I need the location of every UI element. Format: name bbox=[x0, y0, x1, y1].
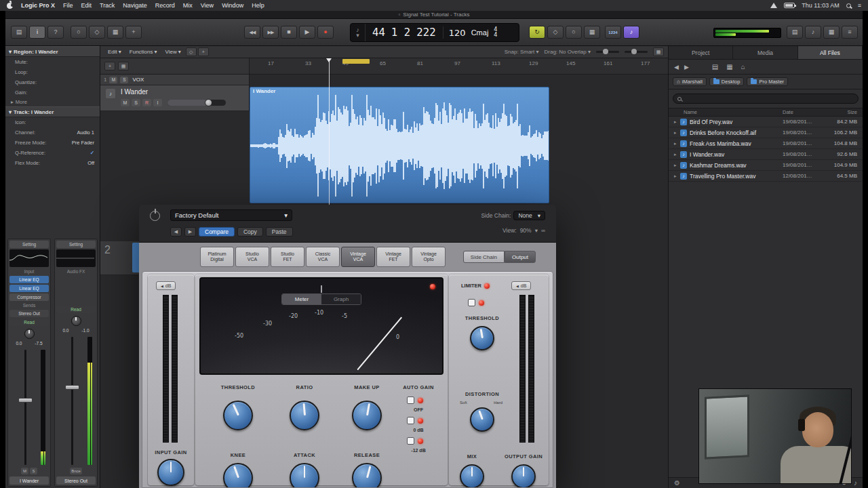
strip-plugin-compressor[interactable]: Compressor bbox=[9, 293, 49, 301]
menu-record[interactable]: Record bbox=[155, 2, 175, 9]
makeup-knob[interactable] bbox=[352, 401, 382, 430]
region-field-gain[interactable]: Gain: bbox=[5, 87, 100, 98]
cycle-button[interactable]: ↻ bbox=[529, 26, 545, 39]
lcd-key[interactable]: Cmaj bbox=[471, 28, 494, 37]
release-knob[interactable] bbox=[352, 463, 382, 488]
menu-track[interactable]: Track bbox=[100, 2, 115, 9]
track-mute-button[interactable]: M bbox=[121, 99, 130, 106]
track-name[interactable]: I Wander bbox=[121, 88, 148, 96]
menu-edit[interactable]: Edit bbox=[81, 2, 92, 9]
track-volume-slider[interactable] bbox=[167, 100, 226, 106]
menubar-clock[interactable]: Thu 11:03 AM bbox=[802, 2, 839, 9]
lcd-mode-icon[interactable]: ♪ ▾ bbox=[351, 24, 366, 41]
duplicate-track-icon[interactable]: ▦ bbox=[118, 62, 129, 70]
region-field-quantize[interactable]: Quantize: bbox=[5, 77, 100, 87]
previous-preset-icon[interactable]: ◀ bbox=[170, 227, 182, 237]
preview-play-icon[interactable]: ♪ bbox=[854, 479, 857, 487]
region-field-loop[interactable]: Loop: bbox=[5, 67, 100, 77]
strip-audio-fx-label[interactable]: Audio FX bbox=[56, 268, 96, 274]
path-pro-master[interactable]: Pro Master bbox=[747, 77, 788, 86]
tab-vintage-vca[interactable]: VintageVCA bbox=[341, 247, 375, 267]
window-titlebar[interactable]: ▫ Signal Test Tutorial - Tracks bbox=[5, 11, 863, 19]
output-db-scale-button[interactable]: ◀dB bbox=[511, 281, 531, 290]
audio-region[interactable]: I Wander bbox=[250, 87, 549, 203]
solo-mode-icon[interactable]: ▦ bbox=[584, 26, 600, 39]
forward-button[interactable]: ▶▶ bbox=[262, 26, 279, 39]
side-chain-tab[interactable]: Side Chain bbox=[463, 251, 505, 263]
tracks-view-menu[interactable]: View▾ bbox=[162, 49, 184, 55]
track-1-header[interactable]: ♪ I Wander M S R I bbox=[100, 85, 250, 111]
ratio-knob[interactable] bbox=[290, 401, 319, 430]
lcd-time-signature[interactable]: 4 4 bbox=[494, 27, 502, 38]
power-icon[interactable] bbox=[150, 211, 160, 221]
mixer-icon[interactable]: ▦ bbox=[107, 26, 123, 39]
file-row[interactable]: ▸♪ Travelling Pro Master.wav12/08/201…64… bbox=[669, 171, 863, 182]
horizontal-zoom-slider[interactable] bbox=[596, 51, 619, 53]
lcd-display[interactable]: ♪ ▾ 44 1 2 222 120 Cmaj 4 4 bbox=[350, 23, 519, 42]
tracks-functions-menu[interactable]: Functions▾ bbox=[126, 49, 161, 55]
graph-tab[interactable]: Graph bbox=[321, 294, 361, 304]
editors-icon[interactable]: + bbox=[125, 26, 142, 39]
next-preset-icon[interactable]: ▶ bbox=[184, 227, 196, 237]
strip-sends-label[interactable]: Sends bbox=[9, 302, 49, 308]
solo-button[interactable]: S bbox=[30, 468, 37, 474]
notes-icon[interactable]: ≡ bbox=[842, 26, 858, 39]
strip-plugin-linear-eq-1[interactable]: Linear EQ bbox=[9, 276, 49, 283]
menu-mix[interactable]: Mix bbox=[183, 2, 193, 9]
tab-vintage-opto[interactable]: VintageOpto bbox=[412, 247, 446, 267]
forward-icon[interactable]: ▶ bbox=[684, 64, 689, 70]
side-chain-value[interactable]: None▾ bbox=[513, 211, 545, 220]
eq-thumbnail[interactable] bbox=[56, 249, 96, 267]
tracks-edit-menu[interactable]: Edit▾ bbox=[104, 49, 125, 55]
record-button[interactable]: ● bbox=[317, 26, 334, 39]
cycle-range[interactable] bbox=[342, 59, 370, 64]
strip-automation-button[interactable]: Read bbox=[56, 306, 96, 313]
track-inspector-header[interactable]: ▾ Track: I Wander bbox=[5, 106, 100, 117]
replace-icon[interactable]: ○ bbox=[566, 26, 582, 39]
home-icon[interactable]: ⌂ bbox=[741, 63, 745, 70]
menu-window[interactable]: Window bbox=[222, 2, 243, 9]
meter-tab[interactable]: Meter bbox=[282, 294, 321, 304]
track-solo-button[interactable]: S bbox=[132, 99, 140, 106]
inspector-toggle-icon[interactable]: i bbox=[29, 26, 45, 39]
region-field-mute[interactable]: Mute: bbox=[5, 57, 100, 67]
bounce-button[interactable]: Bnce bbox=[70, 468, 82, 474]
back-icon[interactable]: ◀ bbox=[674, 64, 679, 70]
eq-thumbnail[interactable] bbox=[9, 249, 49, 267]
wifi-icon[interactable] bbox=[770, 3, 777, 8]
paste-button[interactable]: Paste bbox=[266, 227, 293, 237]
tab-platinum-digital[interactable]: PlatinumDigital bbox=[200, 247, 234, 267]
track-field-channel[interactable]: Channel:Audio 1 bbox=[5, 127, 100, 138]
menu-navigate[interactable]: Navigate bbox=[123, 2, 147, 9]
track-mute-button[interactable]: M bbox=[109, 77, 117, 83]
plugin-header[interactable]: Factory Default ▾ Side Chain: None▾ ◀ ▶ … bbox=[139, 205, 556, 243]
bar-ruler[interactable]: 17 33 49 65 81 97 113 129 145 161 177 19… bbox=[250, 58, 668, 75]
mute-button[interactable]: M bbox=[21, 468, 28, 474]
library-icon[interactable]: ○ bbox=[71, 26, 87, 39]
file-row[interactable]: ▸♪ Drinks Before Knockoff.aif19/08/201…1… bbox=[669, 127, 863, 138]
auto-gain-minus12-option[interactable] bbox=[407, 437, 423, 445]
notification-center-icon[interactable]: ≡ bbox=[858, 2, 861, 9]
lcd-position[interactable]: 44 1 2 222 bbox=[366, 26, 443, 39]
strip-output-button[interactable]: Stereo Out bbox=[9, 310, 49, 317]
mix-knob[interactable] bbox=[460, 464, 484, 488]
drag-menu[interactable]: Drag: No Overlap ▾ bbox=[544, 49, 591, 55]
file-row[interactable]: ▸♪ I Wander.wav19/08/201…92.6 MB bbox=[669, 149, 863, 160]
file-row[interactable]: ▸♪ Kashmar Dreams.wav19/08/201…104.9 MB bbox=[669, 160, 863, 171]
tab-project[interactable]: Project bbox=[669, 46, 733, 59]
compare-button[interactable]: Compare bbox=[199, 227, 235, 237]
browsers-icon[interactable]: ▦ bbox=[823, 26, 840, 39]
pan-knob[interactable] bbox=[24, 329, 35, 339]
spotlight-icon[interactable] bbox=[846, 3, 851, 8]
track-field-flex-mode[interactable]: Flex Mode:Off bbox=[5, 158, 100, 168]
region-more-disclosure[interactable]: ▸More bbox=[5, 98, 100, 106]
apple-loops-icon[interactable]: ♪ bbox=[805, 26, 821, 39]
strip-input-label[interactable]: Input bbox=[9, 268, 49, 274]
add-track-icon[interactable]: + bbox=[104, 62, 115, 70]
strip-name[interactable]: I Wander bbox=[9, 476, 49, 485]
auto-gain-0db-option[interactable] bbox=[407, 417, 423, 424]
menu-help[interactable]: Help bbox=[252, 2, 264, 9]
copy-button[interactable]: Copy bbox=[237, 227, 263, 237]
battery-icon[interactable] bbox=[784, 3, 795, 8]
track-record-button[interactable]: R bbox=[142, 99, 151, 106]
